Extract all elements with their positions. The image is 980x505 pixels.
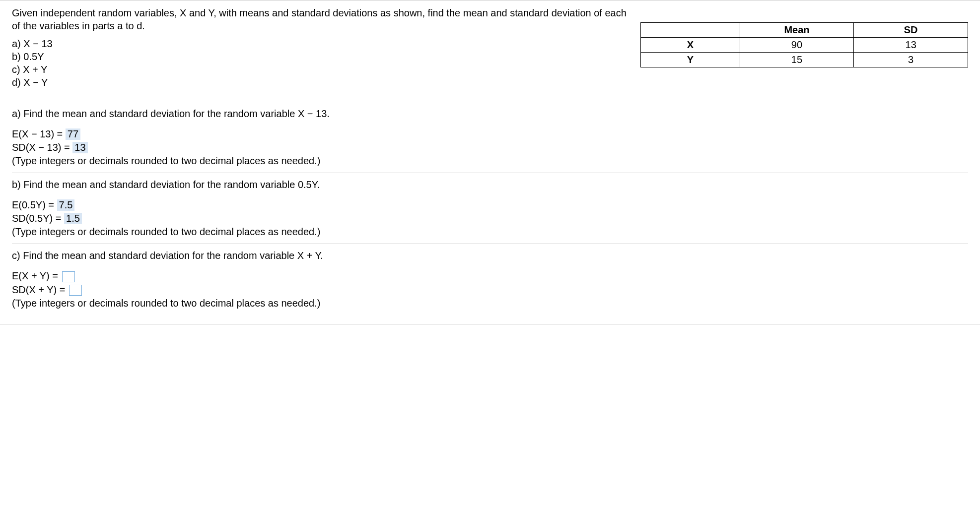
section-a-e-value[interactable]: 77 xyxy=(66,128,80,140)
table-row: X 90 13 xyxy=(641,38,968,53)
section-c-hint: (Type integers or decimals rounded to tw… xyxy=(12,298,968,309)
table-header-blank xyxy=(641,23,740,38)
section-b-sd-label: SD(0.5Y) = xyxy=(12,213,61,224)
section-a-e-line: E(X − 13) = 77 xyxy=(12,128,968,140)
section-a-prompt: a) Find the mean and standard deviation … xyxy=(12,108,968,120)
section-c-sd-label: SD(X + Y) = xyxy=(12,284,65,295)
section-a-sd-line: SD(X − 13) = 13 xyxy=(12,142,968,153)
question-text-column: Given independent random variables, X an… xyxy=(12,6,630,89)
data-table-column: Mean SD X 90 13 Y 15 3 xyxy=(640,6,968,89)
section-c-prompt: c) Find the mean and standard deviation … xyxy=(12,250,968,261)
parts-list: a) X − 13 b) 0.5Y c) X + Y d) X − Y xyxy=(12,37,630,89)
section-b-hint: (Type integers or decimals rounded to tw… xyxy=(12,226,968,238)
section-a-e-label: E(X − 13) = xyxy=(12,128,63,139)
table-row: Y 15 3 xyxy=(641,53,968,67)
section-a-sd-label: SD(X − 13) = xyxy=(12,142,70,153)
section-a: a) Find the mean and standard deviation … xyxy=(12,102,968,173)
section-c-e-line: E(X + Y) = xyxy=(12,270,968,282)
section-a-sd-value[interactable]: 13 xyxy=(72,142,87,153)
table-cell-sd: 13 xyxy=(854,38,968,53)
section-b-prompt: b) Find the mean and standard deviation … xyxy=(12,179,968,190)
table-cell-var: X xyxy=(641,38,740,53)
part-b-label: b) 0.5Y xyxy=(12,50,630,63)
part-c-label: c) X + Y xyxy=(12,63,630,76)
section-b-sd-line: SD(0.5Y) = 1.5 xyxy=(12,213,968,224)
section-b-sd-value[interactable]: 1.5 xyxy=(64,213,82,224)
table-header-row: Mean SD xyxy=(641,23,968,38)
section-b: b) Find the mean and standard deviation … xyxy=(12,173,968,244)
section-c: c) Find the mean and standard deviation … xyxy=(12,244,968,315)
section-b-e-value[interactable]: 7.5 xyxy=(57,199,75,211)
part-d-label: d) X − Y xyxy=(12,76,630,89)
table-cell-sd: 3 xyxy=(854,53,968,67)
section-c-sd-line: SD(X + Y) = xyxy=(12,284,968,296)
part-a-label: a) X − 13 xyxy=(12,37,630,50)
table-header-sd: SD xyxy=(854,23,968,38)
section-c-sd-input[interactable] xyxy=(69,285,82,296)
table-cell-mean: 90 xyxy=(740,38,854,53)
section-b-e-label: E(0.5Y) = xyxy=(12,199,54,210)
section-c-e-input[interactable] xyxy=(62,271,75,282)
table-header-mean: Mean xyxy=(740,23,854,38)
section-c-e-label: E(X + Y) = xyxy=(12,270,58,281)
data-table: Mean SD X 90 13 Y 15 3 xyxy=(640,22,968,67)
section-b-e-line: E(0.5Y) = 7.5 xyxy=(12,199,968,211)
question-header-block: Given independent random variables, X an… xyxy=(12,6,968,95)
question-intro: Given independent random variables, X an… xyxy=(12,6,630,32)
section-a-hint: (Type integers or decimals rounded to tw… xyxy=(12,155,968,167)
table-cell-var: Y xyxy=(641,53,740,67)
question-page: Given independent random variables, X an… xyxy=(0,0,980,324)
table-cell-mean: 15 xyxy=(740,53,854,67)
